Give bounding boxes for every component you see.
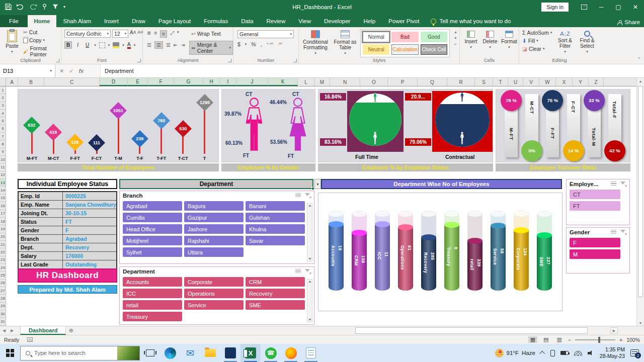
row-header-8[interactable]: 8 [0, 140, 6, 148]
column-header-T[interactable]: T [493, 78, 508, 86]
close-button[interactable]: ✕ [627, 0, 644, 14]
photos-app-icon[interactable] [220, 344, 240, 362]
collapse-ribbon-icon[interactable]: ⌃ [637, 57, 641, 62]
tell-me-box[interactable]: Tell me what you want to do [426, 15, 516, 27]
ribbon-tab-view[interactable]: View [292, 15, 317, 27]
slicer-item-icc[interactable]: ICC [123, 289, 182, 298]
row-header-29[interactable]: 29 [0, 303, 6, 310]
notification-center-icon[interactable]: 2 [630, 349, 639, 356]
ribbon-tab-page-layout[interactable]: Page Layout [152, 15, 198, 27]
ribbon-tab-formulas[interactable]: Formulas [197, 15, 234, 27]
comma-format-button[interactable]: , [261, 41, 262, 47]
formula-input[interactable]: Department [101, 64, 644, 77]
row-header-20[interactable]: 20 [0, 233, 6, 241]
mail-app-icon[interactable]: ✉ [180, 344, 200, 362]
fx-icon[interactable]: fx [78, 68, 84, 74]
normal-view-button[interactable]: ▦ [528, 336, 537, 343]
ribbon-tab-developer[interactable]: Developer [317, 15, 357, 27]
column-header-Q[interactable]: Q [418, 78, 447, 86]
style-bad[interactable]: Bad [391, 32, 418, 42]
row-header-4[interactable]: 4 [0, 110, 6, 117]
ribbon-tab-draw[interactable]: Draw [125, 15, 152, 27]
share-button[interactable]: Share [617, 19, 640, 25]
orientation-icon[interactable]: ⤢ [170, 30, 174, 38]
align-center-icon[interactable]: ☰ [154, 41, 163, 49]
italic-button[interactable]: I [75, 41, 80, 49]
style-normal[interactable]: Normal [363, 32, 389, 42]
slicer-item-cumilla[interactable]: Cumilla [123, 213, 182, 222]
slicer-item-savar[interactable]: Savar [246, 236, 305, 245]
slicer-item-uttara[interactable]: Uttara [184, 247, 244, 257]
delete-cells-button[interactable]: Delete▾ [481, 29, 499, 49]
slicer-scrollbar[interactable] [307, 203, 312, 261]
slicer-item-recovery[interactable]: Recovery [246, 289, 305, 298]
multi-select-icon[interactable] [611, 230, 616, 235]
row-header-28[interactable]: 28 [0, 295, 6, 302]
start-button[interactable] [0, 344, 20, 362]
scroll-right-icon[interactable]: ▶ [610, 327, 618, 334]
zoom-slider[interactable] [575, 339, 615, 340]
sheet-tab-dashboard[interactable]: Dashboard [20, 326, 66, 335]
edge-app-icon[interactable] [160, 344, 180, 362]
column-header-B[interactable]: B [18, 78, 44, 86]
slicer-item-gazipur[interactable]: Gazipur [184, 213, 244, 222]
column-header-A[interactable]: A [6, 78, 18, 86]
slicer-item-m[interactable]: M [570, 249, 620, 259]
decrease-indent-icon[interactable]: ⇤ [174, 42, 178, 48]
slicer-item-jashore[interactable]: Jashore [184, 224, 244, 234]
font-color-icon[interactable]: A [127, 41, 131, 49]
slicer-item-rajshahi[interactable]: Rajshahi [184, 236, 244, 245]
insert-cells-button[interactable]: Insert▾ [462, 29, 480, 49]
column-header-V[interactable]: V [523, 78, 539, 86]
slicer-item-banani[interactable]: Banani [246, 201, 305, 211]
clear-filter-icon[interactable] [620, 230, 626, 235]
row-header-5[interactable]: 5 [0, 117, 6, 125]
column-header-R[interactable]: R [447, 78, 475, 86]
cut-button[interactable]: ✂Cut [23, 29, 61, 35]
clock[interactable]: 1:35 PM 28-May-23 [600, 346, 625, 359]
styles-more-icon[interactable]: ≂ [454, 42, 457, 46]
zoom-out-button[interactable]: − [568, 337, 571, 343]
percent-format-button[interactable]: % [251, 41, 256, 47]
column-header-H[interactable]: H [203, 78, 220, 86]
phone-link-icon[interactable] [550, 350, 555, 356]
vertical-scrollbar[interactable]: ▲ ▼ [636, 78, 644, 326]
taskbar-search-input[interactable]: Type here to search [20, 346, 140, 360]
slicer-item-retail[interactable]: retail [123, 300, 182, 310]
bold-button[interactable]: B [64, 41, 72, 49]
column-header-D[interactable]: D [100, 78, 128, 86]
enter-icon[interactable]: ✓ [69, 68, 73, 74]
maximize-button[interactable]: ▢ [610, 0, 627, 14]
align-right-icon[interactable]: ☰ [166, 42, 171, 48]
number-dialog-launcher[interactable] [293, 59, 297, 62]
align-top-icon[interactable]: ≣ [147, 30, 151, 38]
slicer-item-operations[interactable]: Operations [184, 289, 244, 298]
task-view-button[interactable] [140, 344, 160, 362]
format-painter-button[interactable]: 🖌Format Painter [23, 45, 61, 57]
ribbon-tab-home[interactable]: Home [28, 15, 57, 27]
sheet-nav-left-icon[interactable]: ◀ [0, 326, 8, 335]
row-header-14[interactable]: 14 [0, 187, 6, 194]
row-header-19[interactable]: 19 [0, 225, 6, 233]
slicer-item-bagura[interactable]: Bagura [184, 201, 244, 211]
multi-select-icon[interactable] [295, 193, 301, 199]
find-select-button[interactable]: Find & Select▾ [577, 29, 598, 54]
horizontal-scrollbar[interactable]: ▶ [352, 327, 627, 334]
page-layout-view-button[interactable]: ▤ [541, 336, 550, 343]
scroll-up-icon[interactable]: ▲ [637, 78, 644, 83]
row-header-12[interactable]: 12 [0, 171, 6, 179]
slicer-item-gulshan[interactable]: Gulshan [246, 213, 305, 222]
row-header-24[interactable]: 24 [0, 264, 6, 272]
underline-button[interactable]: U [84, 41, 91, 49]
column-header-M[interactable]: M [314, 78, 330, 86]
currency-format-button[interactable]: $ [237, 41, 240, 47]
weather-widget[interactable]: 91°F Haze [495, 349, 535, 357]
row-header-30[interactable]: 30 [0, 310, 6, 318]
slicer-item-motijheel[interactable]: Motijheel [123, 236, 182, 245]
scroll-down-icon[interactable]: ▼ [637, 321, 644, 325]
increase-decimal-button[interactable]: ⁺·⁰⁰ [267, 42, 273, 47]
multi-select-icon[interactable] [295, 269, 301, 275]
ribbon-tab-insert[interactable]: Insert [98, 15, 125, 27]
slicer-scrollbar[interactable] [307, 279, 312, 322]
row-header-1[interactable]: 1 [0, 86, 6, 94]
